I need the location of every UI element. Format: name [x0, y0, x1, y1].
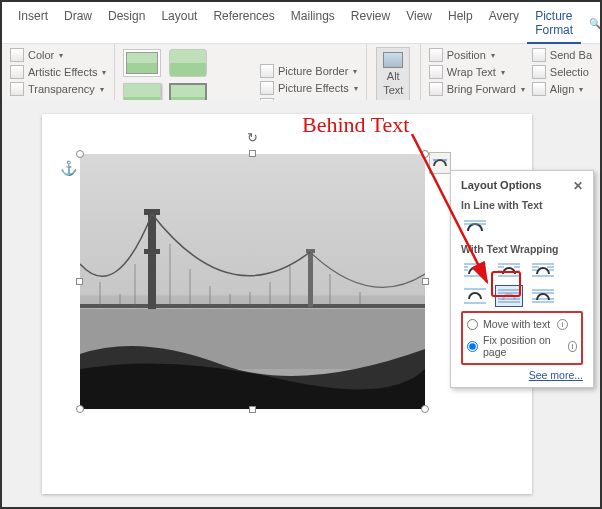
wrap-through[interactable]: [529, 259, 557, 281]
radio-move-with-text[interactable]: Move with texti: [467, 316, 577, 332]
tab-help[interactable]: Help: [440, 6, 481, 43]
tab-search[interactable]: 🔍Search: [581, 6, 602, 43]
layout-options-button[interactable]: [429, 152, 451, 174]
chevron-down-icon: ▾: [354, 84, 358, 93]
artistic-effects-button[interactable]: Artistic Effects▾: [8, 64, 108, 80]
picture-border-button[interactable]: Picture Border▾: [258, 63, 360, 79]
position-button[interactable]: Position▾: [427, 47, 527, 63]
tab-picture-format[interactable]: Picture Format: [527, 6, 581, 44]
picture-effects-button[interactable]: Picture Effects▾: [258, 80, 360, 96]
color-button[interactable]: Color▾: [8, 47, 108, 63]
effects-icon: [260, 81, 274, 95]
search-icon: 🔍: [589, 18, 601, 29]
chevron-down-icon: ▾: [521, 85, 525, 94]
tab-layout[interactable]: Layout: [153, 6, 205, 43]
send-backward-button[interactable]: Send Ba: [530, 47, 594, 63]
wrap-square[interactable]: [461, 259, 489, 281]
chevron-down-icon: ▾: [353, 67, 357, 76]
inline-heading: In Line with Text: [461, 199, 583, 211]
resize-handle[interactable]: [76, 405, 84, 413]
tab-design[interactable]: Design: [100, 6, 153, 43]
resize-handle[interactable]: [76, 150, 84, 158]
svg-rect-5: [144, 249, 160, 254]
tab-references[interactable]: References: [205, 6, 282, 43]
bring-forward-button[interactable]: Bring Forward▾: [427, 81, 527, 97]
tab-mailings[interactable]: Mailings: [283, 6, 343, 43]
chevron-down-icon: ▾: [491, 51, 495, 60]
selection-icon: [532, 65, 546, 79]
layout-options-panel: Layout Options✕ In Line with Text With T…: [450, 170, 594, 388]
chevron-down-icon: ▾: [102, 68, 106, 77]
style-thumb[interactable]: [123, 49, 161, 77]
wrap-text-button[interactable]: Wrap Text▾: [427, 64, 527, 80]
tab-avery[interactable]: Avery: [481, 6, 527, 43]
annotation-box-icon: [491, 271, 521, 297]
picture-content: [80, 154, 425, 409]
svg-rect-6: [308, 249, 313, 307]
resize-handle[interactable]: [249, 406, 256, 413]
layout-options-icon: [433, 158, 447, 168]
close-icon[interactable]: ✕: [573, 179, 583, 193]
wrap-icon: [429, 65, 443, 79]
wrap-in-front[interactable]: [529, 285, 557, 307]
backward-icon: [532, 48, 546, 62]
align-icon: [532, 82, 546, 96]
annotation-label: Behind Text: [302, 112, 409, 138]
radio-fix-position[interactable]: Fix position on pagei: [467, 332, 577, 360]
resize-handle[interactable]: [422, 278, 429, 285]
svg-rect-3: [148, 209, 156, 309]
alt-text-icon: [383, 52, 403, 68]
chevron-down-icon: ▾: [501, 68, 505, 77]
position-radio-group: Move with texti Fix position on pagei: [461, 311, 583, 365]
tab-draw[interactable]: Draw: [56, 6, 100, 43]
tab-review[interactable]: Review: [343, 6, 398, 43]
tab-view[interactable]: View: [398, 6, 440, 43]
transparency-button[interactable]: Transparency▾: [8, 81, 108, 97]
anchor-icon: ⚓: [60, 160, 77, 176]
chevron-down-icon: ▾: [100, 85, 104, 94]
selection-pane-button[interactable]: Selectio: [530, 64, 594, 80]
svg-rect-2: [80, 304, 425, 308]
resize-handle[interactable]: [76, 278, 83, 285]
forward-icon: [429, 82, 443, 96]
style-thumb[interactable]: [169, 49, 207, 77]
resize-handle[interactable]: [249, 150, 256, 157]
selected-picture[interactable]: ↻: [80, 154, 425, 409]
position-icon: [429, 48, 443, 62]
panel-title: Layout Options✕: [461, 179, 583, 193]
rotate-handle[interactable]: ↻: [245, 130, 261, 146]
resize-handle[interactable]: [421, 150, 429, 158]
chevron-down-icon: ▾: [579, 85, 583, 94]
transparency-icon: [10, 82, 24, 96]
resize-handle[interactable]: [421, 405, 429, 413]
alt-text-button[interactable]: Alt Text: [376, 47, 410, 101]
color-icon: [10, 48, 24, 62]
wrap-top-bottom[interactable]: [461, 285, 489, 307]
tab-insert[interactable]: Insert: [10, 6, 56, 43]
info-icon[interactable]: i: [568, 341, 577, 352]
wrapping-heading: With Text Wrapping: [461, 243, 583, 255]
ribbon-tabs: Insert Draw Design Layout References Mai…: [2, 2, 600, 44]
border-icon: [260, 64, 274, 78]
artistic-icon: [10, 65, 24, 79]
info-icon[interactable]: i: [557, 319, 568, 330]
wrap-inline[interactable]: [461, 215, 489, 237]
align-button[interactable]: Align▾: [530, 81, 594, 97]
see-more-link[interactable]: See more...: [461, 369, 583, 381]
chevron-down-icon: ▾: [59, 51, 63, 60]
